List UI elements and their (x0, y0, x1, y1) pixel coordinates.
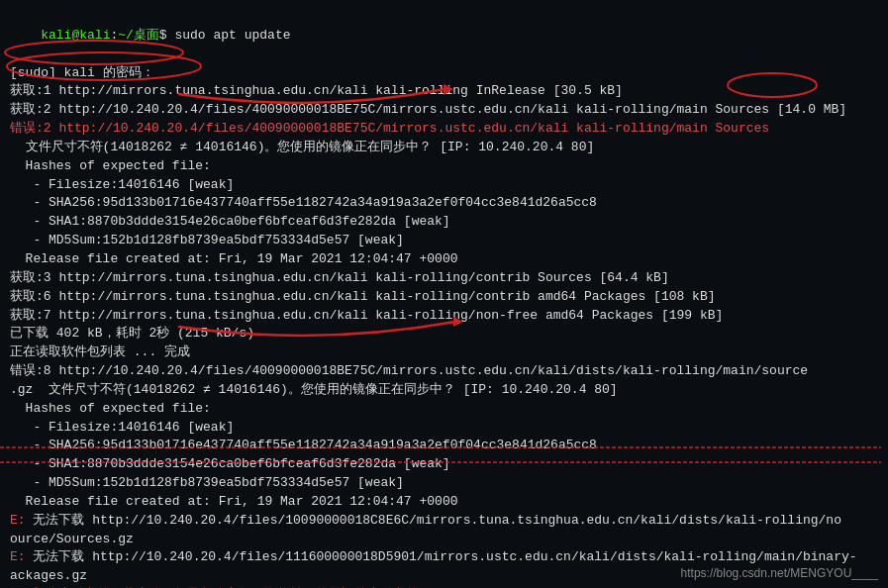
terminal-line: - Filesize:14016146 [weak] (10, 176, 878, 195)
terminal-line: - SHA1:8870b3ddde3154e26ca0bef6bfceaf6d3… (10, 213, 878, 232)
terminal-line: E: 无法下载 http://10.240.20.4/files/1116000… (10, 548, 878, 567)
terminal-line: Hashes of expected file: (10, 400, 878, 419)
terminal-line: kali@kali:~/桌面$ sudo apt update (10, 8, 878, 64)
terminal-line: ource/Sources.gz (10, 531, 878, 549)
terminal-line: - SHA256:95d133b01716e437740aff55e118274… (10, 437, 878, 455)
terminal-line: - MD5Sum:152b1d128fb8739ea5bdf753334d5e5… (10, 232, 878, 250)
terminal-line: 文件尺寸不符(14018262 ≠ 14016146)。您使用的镜像正在同步中？… (10, 139, 878, 157)
terminal-line: 正在读取软件包列表 ... 完成 (10, 343, 878, 362)
terminal-line: 获取:3 http://mirrors.tuna.tsinghua.edu.cn… (10, 269, 878, 288)
watermark: https://blog.csdn.net/MENGYOU____ (681, 566, 878, 580)
terminal-line: - SHA256:95d133b01716e437740aff55e118274… (10, 194, 878, 213)
terminal-line: - MD5Sum:152b1d128fb8739ea5bdf753334d5e5… (10, 474, 878, 493)
terminal-line: 错误:8 http://10.240.20.4/files/4009000001… (10, 362, 878, 381)
terminal-line: [sudo] kali 的密码： (10, 64, 878, 83)
terminal-line: 获取:6 http://mirrors.tuna.tsinghua.edu.cn… (10, 288, 878, 307)
terminal-line: Hashes of expected file: (10, 157, 878, 176)
prompt-user: kali@kali (41, 28, 110, 43)
terminal-line: Release file created at: Fri, 19 Mar 202… (10, 250, 878, 269)
terminal-line: - Filesize:14016146 [weak] (10, 419, 878, 438)
terminal-line: 获取:7 http://mirrors.tuna.tsinghua.edu.cn… (10, 307, 878, 326)
terminal-line: 错误:2 http://10.240.20.4/files/4009000001… (10, 120, 878, 139)
terminal-line: 获取:2 http://10.240.20.4/files/4009000001… (10, 101, 878, 120)
terminal-line: 已下载 402 kB，耗时 2秒 (215 kB/s) (10, 325, 878, 343)
terminal-line: Release file created at: Fri, 19 Mar 202… (10, 493, 878, 512)
terminal-window: kali@kali:~/桌面$ sudo apt update [sudo] k… (0, 0, 888, 588)
terminal-line: .gz 文件尺寸不符(14018262 ≠ 14016146)。您使用的镜像正在… (10, 381, 878, 400)
terminal-line: - SHA1:8870b3ddde3154e26ca0bef6bfceaf6d3… (10, 455, 878, 474)
terminal-line: 获取:1 http://mirrors.tuna.tsinghua.edu.cn… (10, 82, 878, 101)
terminal-line: E: 无法下载 http://10.240.20.4/files/1009000… (10, 512, 878, 531)
